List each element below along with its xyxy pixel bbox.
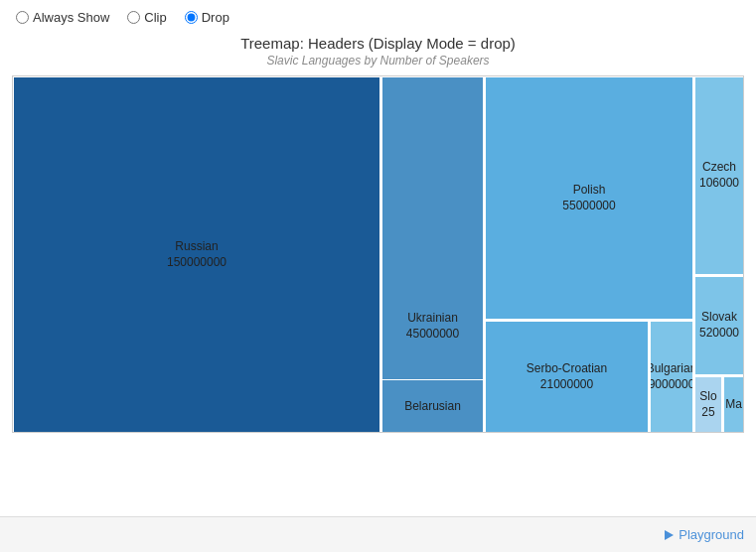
treemap-cell-polish[interactable]: Polish55000000 [485, 76, 693, 320]
cell-value-slo: 25 [701, 405, 714, 421]
treemap-cell-slo[interactable]: Slo25 [694, 376, 722, 433]
clip-label: Clip [144, 10, 166, 25]
cell-label-belarusian: Belarusian [404, 399, 461, 415]
clip-option[interactable]: Clip [127, 10, 166, 25]
cell-label-bulgarian: Bulgarian [650, 361, 693, 377]
display-mode-controls: Always Show Clip Drop [0, 0, 756, 31]
treemap-cell-belarusian[interactable]: Belarusian [381, 379, 484, 433]
playground-button[interactable]: Playground [665, 527, 744, 542]
drop-radio[interactable] [185, 11, 198, 24]
clip-radio[interactable] [127, 11, 140, 24]
play-icon [665, 530, 674, 540]
always-show-radio[interactable] [16, 11, 29, 24]
cell-label-russian: Russian [175, 239, 218, 255]
treemap-cell-ma[interactable]: Ma [723, 376, 744, 433]
cell-label-slovak: Slovak [701, 310, 737, 326]
treemap-cell-serbo-croatian[interactable]: Serbo-Croatian21000000 [485, 321, 649, 433]
playground-bar: Playground [0, 516, 756, 552]
treemap-cell-czech[interactable]: Czech106000 [694, 76, 744, 275]
playground-label: Playground [679, 527, 744, 542]
cell-value-czech: 106000 [699, 176, 739, 192]
cell-label-polish: Polish [573, 183, 606, 199]
chart-title: Treemap: Headers (Display Mode = drop) [0, 35, 756, 52]
cell-label-ukrainian: Ukrainian [407, 311, 458, 327]
cell-value-bulgarian: 9000000 [650, 377, 693, 393]
cell-label-serbo-croatian: Serbo-Croatian [527, 361, 607, 377]
cell-value-polish: 55000000 [562, 199, 615, 214]
cell-value-ukrainian: 45000000 [406, 327, 459, 343]
chart-subtitle: Slavic Languages by Number of Speakers [0, 54, 756, 68]
drop-label: Drop [202, 10, 229, 25]
always-show-label: Always Show [33, 10, 109, 25]
cell-value-serbo-croatian: 21000000 [540, 377, 593, 393]
cell-value-russian: 150000000 [167, 255, 227, 271]
treemap-container: Russian150000000Ukrainian45000000Polish5… [12, 75, 744, 433]
treemap-cell-russian[interactable]: Russian150000000 [13, 76, 380, 433]
cell-label-ma: Ma [725, 397, 742, 413]
always-show-option[interactable]: Always Show [16, 10, 109, 25]
drop-option[interactable]: Drop [185, 10, 229, 25]
treemap-cell-slovak[interactable]: Slovak520000 [694, 276, 744, 375]
cell-label-czech: Czech [702, 160, 736, 176]
treemap-cell-bulgarian[interactable]: Bulgarian9000000 [650, 321, 693, 433]
cell-value-slovak: 520000 [699, 326, 739, 342]
cell-label-slo: Slo [699, 389, 716, 405]
